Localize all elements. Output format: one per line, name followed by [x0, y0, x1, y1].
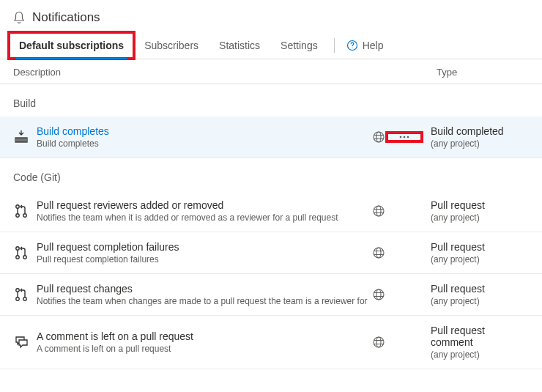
row-pr-completion-failures[interactable]: Pull request completion failures Pull re…	[0, 232, 542, 274]
type-sub: (any project)	[431, 212, 529, 223]
row-main: Pull request completion failures Pull re…	[37, 241, 368, 265]
row-subtitle: Notifies the team when it is added or re…	[37, 212, 368, 223]
svg-point-7	[407, 136, 409, 138]
type-title: Pull request	[431, 199, 529, 211]
build-icon	[13, 129, 37, 145]
tabs-bar: Default subscriptions Subscribers Statis…	[0, 32, 542, 59]
type-sub: (any project)	[431, 254, 529, 265]
tab-subscribers[interactable]: Subscribers	[134, 32, 209, 59]
row-type: Pull request (any project)	[419, 199, 529, 223]
help-label: Help	[363, 40, 384, 51]
svg-point-21	[374, 289, 384, 300]
row-main: A comment is left on a pull request A co…	[37, 330, 368, 354]
more-actions-button[interactable]	[390, 136, 419, 138]
row-build-completes[interactable]: Build completes Build completes Build co…	[0, 117, 542, 158]
svg-point-3	[374, 132, 384, 142]
divider	[334, 38, 335, 53]
column-description: Description	[13, 67, 376, 78]
svg-point-24	[376, 337, 381, 347]
row-title: Pull request changes	[37, 283, 368, 295]
row-title[interactable]: Build completes	[37, 125, 368, 137]
row-title: Pull request reviewers added or removed	[37, 199, 368, 211]
svg-point-15	[23, 256, 26, 259]
globe-icon	[368, 336, 390, 349]
tab-default-subscriptions[interactable]: Default subscriptions	[9, 32, 134, 59]
row-title: Pull request completion failures	[37, 241, 368, 253]
pull-request-icon	[13, 245, 37, 261]
svg-point-17	[376, 248, 381, 258]
type-sub: (any project)	[431, 296, 529, 306]
row-pr-reviewers[interactable]: Pull request reviewers added or removed …	[0, 191, 542, 232]
page-title: Notifications	[32, 10, 100, 25]
help-link[interactable]: Help	[341, 32, 390, 59]
svg-point-23	[374, 337, 384, 347]
globe-icon	[368, 288, 390, 301]
row-subtitle: Build completes	[37, 138, 368, 149]
page-header: Notifications	[0, 0, 542, 32]
svg-point-19	[16, 297, 19, 300]
svg-point-18	[16, 289, 19, 292]
tab-settings[interactable]: Settings	[270, 32, 328, 59]
svg-point-12	[376, 206, 381, 216]
row-subtitle: Pull request completion failures	[37, 254, 368, 265]
svg-point-20	[23, 297, 26, 300]
pull-request-icon	[13, 203, 37, 219]
row-type: Build completed (any project)	[419, 125, 529, 149]
svg-point-16	[374, 248, 384, 258]
svg-point-10	[23, 214, 26, 217]
column-headers: Description Type	[0, 59, 542, 84]
svg-point-13	[16, 247, 19, 250]
svg-point-9	[16, 214, 19, 217]
svg-point-14	[16, 256, 19, 259]
type-title: Pull request	[431, 283, 529, 295]
svg-point-5	[400, 136, 402, 138]
row-subtitle: Notifies the team when changes are made …	[37, 296, 368, 306]
row-main: Pull request changes Notifies the team w…	[37, 283, 368, 306]
globe-icon	[368, 204, 390, 218]
row-main: Build completes Build completes	[37, 125, 368, 149]
type-title: Build completed	[431, 125, 529, 137]
group-code-git-header: Code (Git)	[0, 158, 542, 191]
tab-statistics[interactable]: Statistics	[209, 32, 270, 59]
comment-icon	[13, 334, 37, 350]
row-type: Pull request comment (any project)	[419, 325, 529, 360]
globe-icon	[368, 246, 390, 259]
svg-point-1	[352, 48, 352, 48]
bell-icon	[13, 11, 25, 24]
type-sub: (any project)	[431, 138, 529, 149]
svg-point-6	[404, 136, 406, 138]
globe-icon	[368, 130, 390, 144]
type-title: Pull request	[431, 241, 529, 253]
row-type: Pull request (any project)	[419, 283, 529, 306]
row-subtitle: A comment is left on a pull request	[37, 344, 368, 354]
type-sub: (any project)	[431, 350, 529, 360]
svg-point-22	[376, 289, 381, 300]
svg-point-8	[16, 205, 19, 208]
row-pr-changes[interactable]: Pull request changes Notifies the team w…	[0, 274, 542, 316]
pull-request-icon	[13, 286, 37, 303]
row-title: A comment is left on a pull request	[37, 330, 368, 342]
group-build-header: Build	[0, 84, 542, 117]
help-icon	[346, 40, 358, 51]
row-type: Pull request (any project)	[419, 241, 529, 265]
type-title: Pull request comment	[431, 325, 529, 348]
column-type: Type	[376, 67, 529, 78]
row-pr-comment[interactable]: A comment is left on a pull request A co…	[0, 316, 542, 369]
svg-point-11	[374, 206, 384, 216]
row-main: Pull request reviewers added or removed …	[37, 199, 368, 223]
svg-point-4	[376, 132, 381, 142]
